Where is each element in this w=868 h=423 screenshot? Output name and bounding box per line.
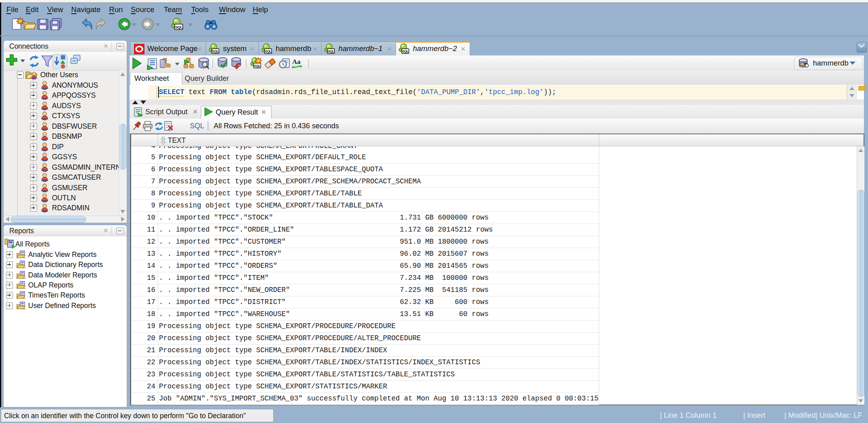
svg-text:SQL: SQL	[402, 49, 408, 53]
svg-text:SQL: SQL	[212, 49, 219, 53]
svg-text:SQL: SQL	[265, 49, 271, 53]
svg-text:SQL: SQL	[175, 25, 183, 29]
svg-text:SQL: SQL	[328, 49, 334, 53]
svg-text:SQL: SQL	[254, 64, 260, 68]
svg-text:Aa: Aa	[292, 58, 301, 66]
